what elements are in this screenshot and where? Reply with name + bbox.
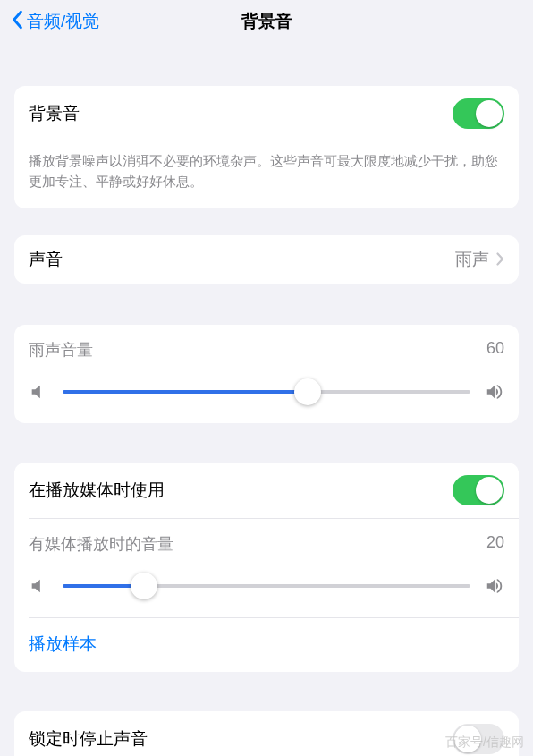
row-use-with-media-toggle: 在播放媒体时使用 [14,463,519,518]
group-sound: 声音 雨声 [14,235,519,284]
group-background-sound: 背景音 播放背景噪声以消弭不必要的环境杂声。这些声音可最大限度地减少干扰，助您更… [14,86,519,208]
group-media-playing: 在播放媒体时使用 有媒体播放时的音量 20 播放样本 [14,463,519,672]
volume-low-icon [29,576,48,596]
description-background-sound: 播放背景噪声以消弭不必要的环境杂声。这些声音可最大限度地减少干扰，助您更加专注、… [14,141,519,208]
label-use-with-media: 在播放媒体时使用 [29,479,453,502]
navbar: 音频/视觉 背景音 [0,0,533,43]
back-label: 音频/视觉 [27,10,99,33]
label-rain-volume: 雨声音量 [29,339,93,361]
volume-high-icon [485,576,504,596]
row-background-sound-toggle: 背景音 [14,86,519,141]
value-sound: 雨声 [455,248,489,271]
play-sample-button[interactable]: 播放样本 [14,618,519,672]
group-rain-volume: 雨声音量 60 [14,325,519,423]
chevron-left-icon [11,10,23,34]
chevron-right-icon [496,252,504,266]
row-stop-on-lock-toggle: 锁定时停止声音 [14,711,519,757]
label-media-volume: 有媒体播放时的音量 [29,533,173,555]
label-stop-on-lock: 锁定时停止声音 [29,727,453,751]
watermark: 百家号/信趣网 [445,735,524,751]
slider-media-volume[interactable] [63,573,470,599]
slider-rain-volume[interactable] [63,378,470,405]
label-sound: 声音 [29,248,455,271]
toggle-background-sound[interactable] [453,98,504,129]
value-media-volume: 20 [486,533,504,555]
group-stop-on-lock: 锁定时停止声音 [14,711,519,757]
row-sound-select[interactable]: 声音 雨声 [14,235,519,284]
label-background-sound: 背景音 [29,102,453,125]
back-button[interactable]: 音频/视觉 [11,10,99,34]
volume-low-icon [29,382,48,402]
toggle-use-with-media[interactable] [453,475,504,505]
volume-high-icon [485,382,504,402]
value-rain-volume: 60 [486,339,504,361]
